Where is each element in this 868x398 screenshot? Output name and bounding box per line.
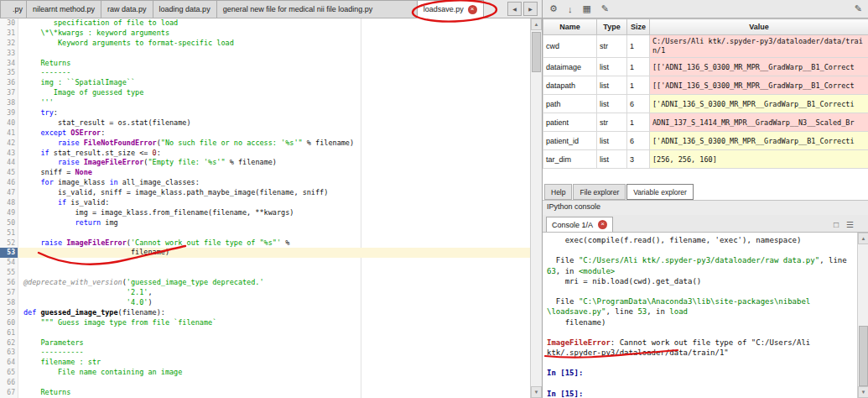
line-number[interactable]: 35 [0,68,18,78]
editor-tab[interactable]: general new file for medical nii file lo… [216,0,418,18]
variable-name-cell[interactable]: patient_id [543,132,597,150]
line-number[interactable]: 53 [0,248,18,258]
scroll-up-icon[interactable]: ▲ [531,18,542,30]
line-number[interactable]: 38 [0,98,18,108]
variable-type-cell[interactable]: list [597,95,627,113]
variable-size-cell[interactable]: 6 [627,95,650,113]
variable-value-cell[interactable]: [256, 256, 160] [650,150,868,169]
variable-name-cell[interactable]: cwd [543,35,597,58]
square-icon[interactable]: □ [834,220,839,229]
editor-tab[interactable]: loading data.py [153,0,217,18]
variable-type-cell[interactable]: str [597,35,627,58]
line-number[interactable]: 42 [0,139,18,149]
editor-tab[interactable]: raw data.py [101,0,153,18]
line-number[interactable]: 34 [0,59,18,69]
variable-value-cell[interactable]: C:/Users/Ali ktk/.spyder-py3/dataloader/… [650,35,868,58]
variable-name-cell[interactable]: patient [543,113,597,132]
column-header[interactable]: Type [597,19,627,35]
console-scrollbar-thumb[interactable] [859,326,868,386]
line-number[interactable]: 56 [0,278,18,288]
code-editor[interactable]: 30 specification of file to load31 \*\*k… [0,18,531,398]
variable-type-cell[interactable]: str [597,113,627,132]
variable-value-cell[interactable]: ['ADNI_136_S_0300_MR_MPR__GradWarp__B1_C… [650,95,868,113]
console-tab[interactable]: Console 1/A × [546,217,613,232]
gear-icon[interactable]: ⚙ [549,3,558,14]
line-number[interactable]: 37 [0,88,18,98]
line-number[interactable]: 33 [0,49,18,59]
line-number[interactable]: 62 [0,338,18,348]
variable-row[interactable]: patient_idlist6['ADNI_136_S_0300_MR_MPR_… [543,132,868,150]
line-number[interactable]: 40 [0,118,18,128]
tab-scroll-right-button[interactable]: ▶ [523,2,538,16]
line-number[interactable]: 57 [0,288,18,298]
console-scroll-up-icon[interactable]: ▲ [858,233,868,244]
variable-size-cell[interactable]: 1 [627,113,650,132]
import-data-icon[interactable]: ↓ [568,4,573,14]
variable-row[interactable]: pathlist6['ADNI_136_S_0300_MR_MPR__GradW… [543,95,868,113]
column-header[interactable]: Value [650,19,868,35]
pane-tab-file-explorer[interactable]: File explorer [573,184,626,200]
variable-name-cell[interactable]: datapath [543,76,597,95]
variable-value-cell[interactable]: [['ADNI_136_S_0300_MR_MPR__GradWarp__B1_… [650,76,868,95]
line-number[interactable]: 50 [0,218,18,228]
line-number[interactable]: 54 [0,258,18,268]
variable-type-cell[interactable]: list [597,58,627,76]
editor-tab[interactable]: .py [0,0,27,18]
line-number[interactable]: 49 [0,208,18,218]
pane-tab-variable-explorer[interactable]: Variable explorer [626,184,694,200]
line-number[interactable]: 48 [0,198,18,208]
editor-tab[interactable]: loadsave.py× [417,0,484,18]
line-number[interactable]: 31 [0,29,18,39]
grid-icon[interactable]: ▦ [582,3,590,14]
variable-size-cell[interactable]: 1 [627,76,650,95]
variable-name-cell[interactable]: path [543,95,597,113]
tab-scroll-left-button[interactable]: ◀ [507,2,522,16]
console-scroll-down-icon[interactable]: ▼ [858,386,868,398]
ipython-console[interactable]: exec(compile(f.read(), filename, 'exec')… [543,233,858,398]
variable-value-cell[interactable]: ADNI_137_S_1414_MR_MPR__GradWarp__N3__Sc… [650,113,868,132]
console-close-icon[interactable]: × [598,220,607,229]
line-number[interactable]: 67 [0,388,18,398]
line-number[interactable]: 47 [0,188,18,198]
line-number[interactable]: 63 [0,348,18,358]
line-number[interactable]: 36 [0,78,18,88]
line-number[interactable]: 43 [0,149,18,159]
variable-row[interactable]: patientstr1ADNI_137_S_1414_MR_MPR__GradW… [543,113,868,132]
column-header[interactable]: Size [627,19,650,35]
variable-size-cell[interactable]: 6 [627,132,650,150]
line-number[interactable]: 65 [0,368,18,378]
column-header[interactable]: Name [543,19,597,35]
line-number[interactable]: 66 [0,378,18,388]
variable-name-cell[interactable]: tar_dim [543,150,597,169]
editor-tab[interactable]: nilearnt method.py [26,0,101,18]
editor-scrollbar[interactable]: ▲ ▼ [530,18,542,398]
line-number[interactable]: 46 [0,178,18,188]
console-scrollbar[interactable]: ▲ ▼ [857,233,868,398]
line-number[interactable]: 51 [0,228,18,238]
line-number[interactable]: 61 [0,328,18,338]
options-menu-icon[interactable]: ☰ [846,220,854,229]
variable-name-cell[interactable]: dataimage [543,58,597,76]
tab-close-icon[interactable]: × [468,5,477,14]
line-number[interactable]: 44 [0,158,18,168]
line-number[interactable]: 55 [0,268,18,278]
scroll-down-icon[interactable]: ▼ [531,386,542,398]
pencil-icon[interactable]: ✎ [601,3,609,14]
variable-row[interactable]: cwdstr1C:/Users/Ali ktk/.spyder-py3/data… [543,35,868,58]
line-number[interactable]: 32 [0,39,18,49]
variable-size-cell[interactable]: 1 [627,35,650,58]
variable-type-cell[interactable]: list [597,150,627,169]
pane-pencil-icon[interactable]: ✎ [855,3,862,14]
line-number[interactable]: 58 [0,298,18,308]
line-number[interactable]: 59 [0,308,18,318]
variable-size-cell[interactable]: 3 [627,150,650,169]
editor-scrollbar-thumb[interactable] [532,32,541,72]
variable-row[interactable]: dataimagelist1[['ADNI_136_S_0300_MR_MPR_… [543,58,868,76]
variable-type-cell[interactable]: list [597,132,627,150]
line-number[interactable]: 64 [0,358,18,368]
line-number[interactable]: 45 [0,168,18,178]
line-number[interactable]: 60 [0,318,18,328]
variable-value-cell[interactable]: ['ADNI_136_S_0300_MR_MPR__GradWarp__B1_C… [650,132,868,150]
pane-tab-help[interactable]: Help [544,184,572,200]
line-number[interactable]: 52 [0,238,18,249]
